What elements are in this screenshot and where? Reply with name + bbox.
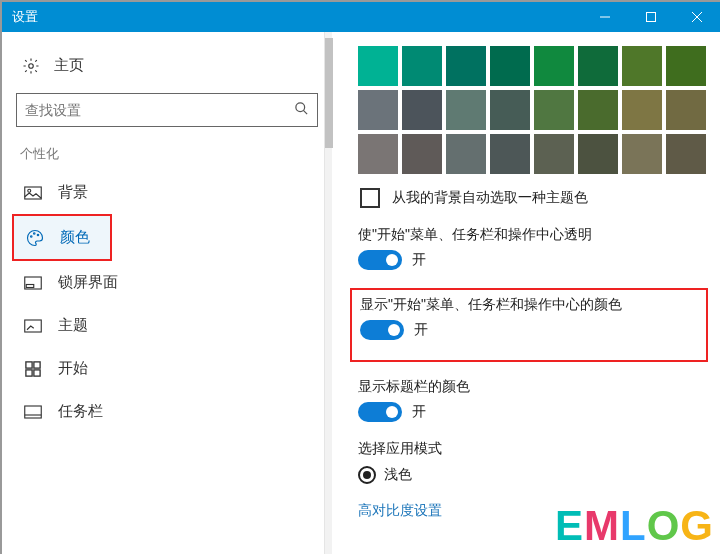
main-panel: 从我的背景自动选取一种主题色 使"开始"菜单、任务栏和操作中心透明 开 显示"开… — [332, 32, 720, 554]
color-swatch[interactable] — [578, 134, 618, 174]
titlebar: 设置 — [2, 2, 720, 32]
sidebar-item-label: 任务栏 — [58, 402, 103, 421]
svg-point-4 — [29, 63, 34, 68]
sidebar-item-label: 开始 — [58, 359, 88, 378]
color-swatch[interactable] — [622, 46, 662, 86]
watermark: EMLOG — [555, 502, 714, 550]
svg-rect-13 — [26, 284, 34, 287]
svg-rect-19 — [25, 406, 42, 418]
color-swatch[interactable] — [622, 90, 662, 130]
start-icon — [24, 361, 42, 377]
sidebar-item-start[interactable]: 开始 — [12, 347, 322, 390]
color-swatch[interactable] — [402, 134, 442, 174]
mode-light-label: 浅色 — [384, 466, 412, 484]
window-title: 设置 — [12, 8, 38, 26]
color-swatch[interactable] — [446, 90, 486, 130]
sidebar: 主页 个性化 背景 颜色 锁屏界面 — [2, 32, 332, 554]
show-color-label: 显示"开始"菜单、任务栏和操作中心的颜色 — [360, 296, 698, 314]
color-swatch[interactable] — [578, 46, 618, 86]
search-input[interactable] — [16, 93, 318, 127]
search-icon — [285, 101, 317, 120]
color-swatch[interactable] — [358, 134, 398, 174]
svg-line-6 — [303, 110, 307, 114]
checkbox-icon — [360, 188, 380, 208]
minimize-button[interactable] — [582, 2, 628, 32]
svg-rect-15 — [26, 361, 32, 367]
svg-rect-18 — [34, 369, 40, 375]
color-swatch[interactable] — [358, 46, 398, 86]
scrollbar[interactable] — [324, 32, 332, 554]
svg-point-9 — [31, 235, 33, 237]
color-swatch[interactable] — [622, 134, 662, 174]
sidebar-item-label: 锁屏界面 — [58, 273, 118, 292]
color-swatch[interactable] — [446, 134, 486, 174]
svg-point-11 — [37, 234, 39, 236]
svg-rect-14 — [25, 320, 42, 332]
mode-light-radio[interactable] — [358, 466, 376, 484]
transparency-toggle[interactable] — [358, 250, 402, 270]
show-color-state: 开 — [414, 321, 428, 339]
sidebar-item-label: 颜色 — [60, 228, 90, 247]
svg-rect-7 — [25, 187, 42, 199]
color-swatch[interactable] — [578, 90, 618, 130]
sidebar-item-themes[interactable]: 主题 — [12, 304, 322, 347]
color-swatch[interactable] — [490, 46, 530, 86]
titlebar-color-label: 显示标题栏的颜色 — [358, 378, 700, 396]
color-swatch-grid — [358, 46, 700, 174]
sidebar-item-background[interactable]: 背景 — [12, 171, 322, 214]
color-swatch[interactable] — [490, 90, 530, 130]
transparency-state: 开 — [412, 251, 426, 269]
svg-rect-17 — [26, 369, 32, 375]
svg-point-5 — [295, 102, 304, 111]
sidebar-item-label: 背景 — [58, 183, 88, 202]
sidebar-item-colors[interactable]: 颜色 — [12, 214, 112, 261]
search-field[interactable] — [17, 102, 285, 118]
color-swatch[interactable] — [534, 90, 574, 130]
high-contrast-link[interactable]: 高对比度设置 — [358, 502, 442, 520]
svg-point-8 — [28, 189, 31, 192]
auto-pick-label: 从我的背景自动选取一种主题色 — [392, 189, 588, 207]
taskbar-icon — [24, 405, 42, 419]
home-label: 主页 — [54, 56, 84, 75]
maximize-button[interactable] — [628, 2, 674, 32]
transparency-label: 使"开始"菜单、任务栏和操作中心透明 — [358, 226, 700, 244]
theme-icon — [24, 319, 42, 333]
svg-point-10 — [34, 232, 36, 234]
color-swatch[interactable] — [666, 134, 706, 174]
gear-icon — [22, 57, 40, 75]
picture-icon — [24, 186, 42, 200]
color-swatch[interactable] — [534, 46, 574, 86]
color-swatch[interactable] — [666, 46, 706, 86]
color-swatch[interactable] — [358, 90, 398, 130]
auto-pick-checkbox[interactable]: 从我的背景自动选取一种主题色 — [360, 188, 700, 208]
highlighted-setting: 显示"开始"菜单、任务栏和操作中心的颜色 开 — [350, 288, 708, 362]
palette-icon — [26, 229, 44, 247]
color-swatch[interactable] — [402, 46, 442, 86]
sidebar-item-label: 主题 — [58, 316, 88, 335]
svg-rect-16 — [34, 361, 40, 367]
titlebar-color-state: 开 — [412, 403, 426, 421]
titlebar-color-toggle[interactable] — [358, 402, 402, 422]
home-nav[interactable]: 主页 — [12, 50, 322, 81]
sidebar-item-lockscreen[interactable]: 锁屏界面 — [12, 261, 322, 304]
sidebar-item-taskbar[interactable]: 任务栏 — [12, 390, 322, 433]
color-swatch[interactable] — [666, 90, 706, 130]
color-swatch[interactable] — [402, 90, 442, 130]
color-swatch[interactable] — [446, 46, 486, 86]
color-swatch[interactable] — [534, 134, 574, 174]
show-color-toggle[interactable] — [360, 320, 404, 340]
svg-rect-1 — [647, 13, 656, 22]
lockscreen-icon — [24, 276, 42, 290]
color-swatch[interactable] — [490, 134, 530, 174]
section-label: 个性化 — [12, 145, 322, 171]
app-mode-label: 选择应用模式 — [358, 440, 700, 458]
close-button[interactable] — [674, 2, 720, 32]
